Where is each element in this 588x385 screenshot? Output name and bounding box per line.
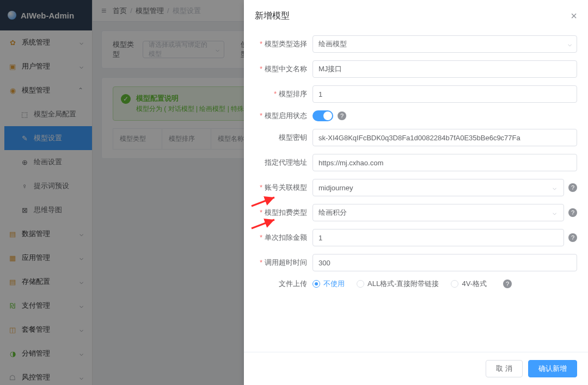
radio-dot-icon — [313, 280, 320, 288]
modal-body: *模型类型选择 ⌵ *模型中文名称 *模型排序 *模型启用状态 ? — [244, 32, 588, 352]
label-model-status: *模型启用状态 — [255, 111, 307, 121]
close-icon[interactable]: × — [571, 10, 577, 22]
radio-dot-icon — [451, 280, 458, 288]
field-secret[interactable] — [313, 129, 577, 146]
radio-label: 不使用 — [323, 279, 345, 289]
label-secret: 模型密钥 — [255, 133, 307, 142]
field-fee-amount[interactable] — [313, 229, 564, 246]
label-fee-type: *模型扣费类型 — [255, 208, 307, 218]
help-icon[interactable]: ? — [568, 183, 577, 192]
label-model-type: *模型类型选择 — [255, 39, 307, 49]
radio-label: ALL格式-直接附带链接 — [367, 279, 439, 289]
field-proxy[interactable] — [313, 154, 577, 171]
field-fee-type[interactable] — [313, 204, 564, 221]
help-icon[interactable]: ? — [338, 111, 346, 120]
label-model-order: *模型排序 — [255, 89, 307, 99]
modal-title: 新增模型 — [255, 10, 290, 22]
label-upload: 文件上传 — [255, 279, 307, 289]
label-fee-amount: *单次扣除金额 — [255, 233, 307, 243]
help-icon[interactable]: ? — [568, 208, 577, 217]
help-icon[interactable]: ? — [503, 280, 512, 288]
help-icon[interactable]: ? — [568, 233, 577, 242]
radio-upload-none[interactable]: 不使用 — [313, 279, 345, 289]
field-model-name[interactable] — [313, 60, 577, 78]
chevron-down-icon: ⌵ — [553, 209, 556, 216]
label-model-name: *模型中文名称 — [255, 64, 307, 74]
field-timeout[interactable] — [313, 254, 577, 271]
field-account[interactable] — [313, 179, 564, 196]
radio-upload-4v[interactable]: 4V-格式 — [451, 279, 487, 289]
label-account: *账号关联模型 — [255, 183, 307, 192]
add-model-modal: 新增模型 × *模型类型选择 ⌵ *模型中文名称 *模型排序 *模型启用状态 — [244, 0, 588, 385]
field-model-order[interactable] — [313, 85, 577, 103]
cancel-button[interactable]: 取 消 — [486, 360, 523, 377]
radio-label: 4V-格式 — [462, 279, 487, 289]
modal-footer: 取 消 确认新增 — [244, 352, 588, 385]
label-proxy: 指定代理地址 — [255, 158, 307, 167]
field-model-type[interactable] — [313, 35, 577, 53]
model-status-switch[interactable] — [313, 110, 333, 121]
confirm-button[interactable]: 确认新增 — [528, 360, 577, 377]
radio-upload-all[interactable]: ALL格式-直接附带链接 — [357, 279, 439, 289]
chevron-down-icon: ⌵ — [553, 184, 556, 191]
label-timeout: *调用超时时间 — [255, 258, 307, 268]
chevron-down-icon: ⌵ — [568, 40, 572, 48]
modal-header: 新增模型 × — [244, 0, 588, 32]
radio-dot-icon — [357, 280, 364, 288]
